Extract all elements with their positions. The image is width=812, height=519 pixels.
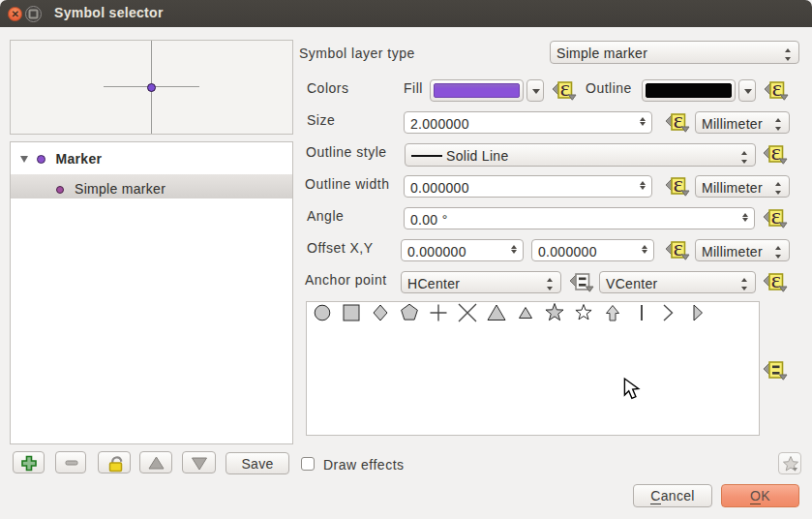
svg-text:ε: ε (771, 143, 781, 165)
svg-text:ε: ε (560, 79, 570, 101)
svg-text:ε: ε (772, 79, 782, 101)
svg-text:ε: ε (674, 175, 683, 197)
svg-text:ε: ε (771, 207, 781, 229)
svg-text:ε: ε (674, 111, 683, 133)
svg-text:ε: ε (674, 239, 683, 260)
svg-text:ε: ε (771, 271, 781, 292)
